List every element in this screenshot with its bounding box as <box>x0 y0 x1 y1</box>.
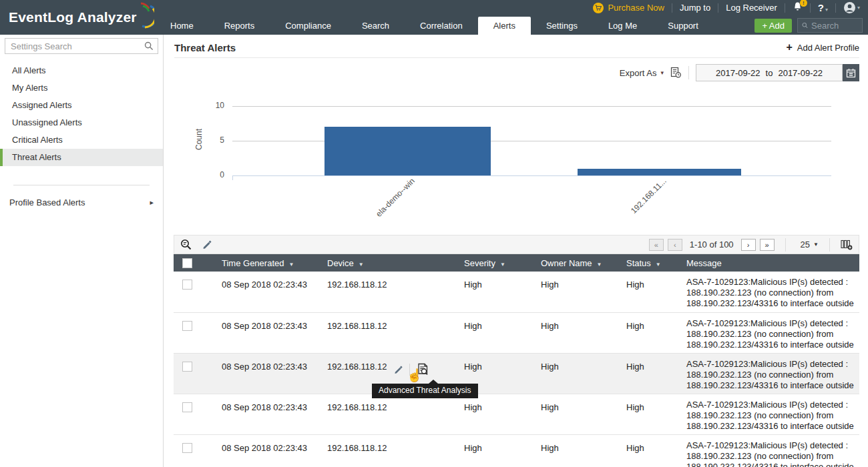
global-search[interactable] <box>797 18 863 33</box>
bulk-edit-icon[interactable] <box>202 240 212 250</box>
row-checkbox[interactable] <box>182 280 192 290</box>
column-header-severity[interactable]: Severity▼ <box>464 254 541 272</box>
y-tick-label: 0 <box>195 170 224 179</box>
log-receiver-link[interactable]: Log Receiver <box>726 3 777 13</box>
chevron-down-icon: ▼ <box>813 242 819 248</box>
bar-192.168.11...[interactable] <box>578 169 741 175</box>
column-chooser-icon[interactable] <box>841 240 853 250</box>
header-checkbox-cell <box>174 254 222 272</box>
export-row: Export As ▾ 2017-09-22 to 2017-09-22 <box>620 64 859 81</box>
table-row: 08 Sep 2018 02:23:43192.168.118.12HighHi… <box>174 272 859 312</box>
tab-log-me[interactable]: Log Me <box>593 17 652 35</box>
cell-time-generated: 08 Sep 2018 02:23:43 <box>222 272 327 312</box>
tab-support[interactable]: Support <box>652 17 714 35</box>
tab-correlation[interactable]: Correlation <box>405 17 478 35</box>
sidebar-item-unassigned-alerts[interactable]: Unassigned Alerts <box>0 114 163 131</box>
chevron-down-icon: ▾ <box>825 7 828 13</box>
cell-checkbox <box>174 272 222 312</box>
schedule-report-icon[interactable] <box>670 67 682 79</box>
notifications-button[interactable]: ! <box>793 1 803 14</box>
sort-caret-icon: ▼ <box>359 262 364 268</box>
column-header-owner-name[interactable]: Owner Name▼ <box>541 254 626 272</box>
notification-badge: ! <box>800 0 807 7</box>
sidebar-item-my-alerts[interactable]: My Alerts <box>0 79 163 97</box>
cell-message: ASA-7-1029123:Malicious IP(s) detected :… <box>686 272 859 312</box>
advanced-threat-analysis-tooltip: Advanced Threat Analysis <box>372 384 478 398</box>
cell-time-generated: 08 Sep 2018 02:23:43 <box>222 434 327 467</box>
page-size-dropdown[interactable]: 25 ▼ <box>801 240 819 250</box>
sidebar: All AlertsMy AlertsAssigned AlertsUnassi… <box>0 35 164 467</box>
cell-time-generated: 08 Sep 2018 02:23:43 <box>222 312 327 353</box>
cell-severity: High <box>464 312 541 353</box>
pagination-last-button[interactable]: » <box>760 239 775 251</box>
bar-ela-demo--win[interactable] <box>324 127 491 175</box>
chevron-down-icon: ▾ <box>857 5 860 11</box>
table-row: 08 Sep 2018 02:23:43192.168.118.12HighHi… <box>174 394 859 434</box>
row-checkbox[interactable] <box>182 321 192 331</box>
row-checkbox[interactable] <box>182 443 192 453</box>
row-checkbox[interactable] <box>182 362 192 372</box>
cell-checkbox <box>174 434 222 467</box>
jump-to-link[interactable]: Jump to <box>680 3 710 13</box>
pagination-first-button[interactable]: « <box>649 239 664 251</box>
export-as-label: Export As <box>620 68 657 78</box>
pagination-next-button[interactable]: › <box>741 239 756 251</box>
calendar-button[interactable] <box>843 64 859 81</box>
date-range-picker[interactable]: 2017-09-22 to 2017-09-22 <box>696 64 859 81</box>
tab-reports[interactable]: Reports <box>209 17 270 35</box>
column-header-status[interactable]: Status▼ <box>626 254 686 272</box>
main-nav: HomeReportsComplianceSearchCorrelationAl… <box>155 17 714 35</box>
cell-severity: High <box>464 434 541 467</box>
cell-time-generated: 08 Sep 2018 02:23:43 <box>222 353 327 394</box>
sidebar-item-profile-based-alerts[interactable]: Profile Based Alerts ▸ <box>0 197 163 207</box>
add-button[interactable]: + Add <box>754 19 792 33</box>
y-axis-title: Count <box>194 129 204 150</box>
tab-home[interactable]: Home <box>155 17 209 35</box>
sort-caret-icon: ▼ <box>288 262 294 268</box>
search-icon <box>802 21 808 29</box>
help-menu[interactable]: ?▾ <box>818 2 828 13</box>
user-avatar-icon <box>843 1 856 14</box>
pagination-prev-button[interactable]: ‹ <box>668 239 682 251</box>
tab-settings[interactable]: Settings <box>531 17 593 35</box>
select-all-checkbox[interactable] <box>182 258 192 268</box>
export-as-dropdown[interactable]: Export As ▾ <box>620 68 664 78</box>
sidebar-item-threat-alerts[interactable]: Threat Alerts <box>0 149 163 166</box>
edit-alert-icon[interactable] <box>394 365 403 374</box>
add-alert-profile-button[interactable]: + Add Alert Profile <box>786 41 859 53</box>
tab-compliance[interactable]: Compliance <box>270 17 347 35</box>
cell-device: 192.168.118.12 <box>327 434 464 467</box>
global-search-input[interactable] <box>811 21 858 31</box>
tab-alerts[interactable]: Alerts <box>478 17 531 35</box>
cell-status: High <box>626 353 686 394</box>
settings-search[interactable] <box>5 38 158 54</box>
user-menu[interactable]: ▾ <box>843 1 860 14</box>
settings-search-input[interactable] <box>5 38 158 54</box>
pagination: « ‹ 1-10 of 100 › » <box>649 239 775 251</box>
cell-device: 192.168.118.12 <box>327 312 464 353</box>
sort-caret-icon: ▼ <box>656 262 661 268</box>
sidebar-item-critical-alerts[interactable]: Critical Alerts <box>0 131 163 149</box>
column-header-time-generated[interactable]: Time Generated▼ <box>222 254 327 272</box>
divider <box>672 3 672 13</box>
date-separator: to <box>766 68 773 78</box>
x-tick-label: 192.168.11... <box>610 176 668 235</box>
app-logo-text: EventLog Analyzer <box>9 9 137 25</box>
cell-status: High <box>626 312 686 353</box>
purchase-now-link[interactable]: Purchase Now <box>593 3 664 13</box>
cell-device: 192.168.118.12 <box>327 272 464 312</box>
cell-message: ASA-7-1029123:Malicious IP(s) detected :… <box>686 394 859 434</box>
table-search-icon[interactable] <box>180 239 192 250</box>
column-header-message: Message <box>686 254 859 272</box>
app-logo: EventLog Analyzer <box>9 6 154 29</box>
date-from: 2017-09-22 <box>716 68 761 78</box>
row-checkbox[interactable] <box>182 402 192 412</box>
sidebar-item-all-alerts[interactable]: All Alerts <box>0 62 163 79</box>
cell-message: ASA-7-1029123:Malicious IP(s) detected :… <box>686 434 859 467</box>
hand-cursor-icon: ☝ <box>407 368 423 383</box>
tab-search[interactable]: Search <box>347 17 405 35</box>
column-header-device[interactable]: Device▼ <box>327 254 464 272</box>
cell-severity: High <box>464 394 541 434</box>
calendar-icon <box>846 68 856 78</box>
sidebar-item-assigned-alerts[interactable]: Assigned Alerts <box>0 97 163 114</box>
